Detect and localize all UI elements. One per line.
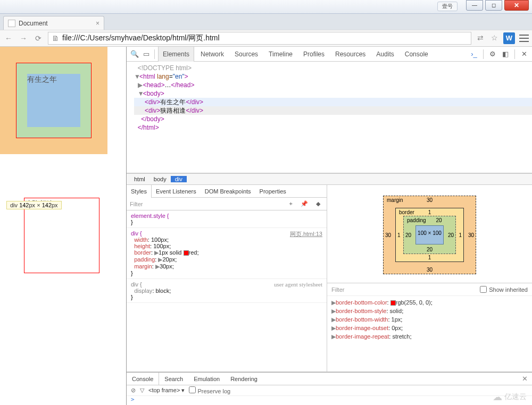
computed-filter[interactable]: Filter Show inherited	[327, 283, 532, 296]
rule-ua-label: user agent stylesheet	[274, 281, 322, 288]
tab-audits[interactable]: Audits	[372, 47, 398, 62]
console-prompt[interactable]: >	[127, 396, 532, 403]
forward-button[interactable]: →	[18, 33, 29, 44]
devtools: 🔍 ▭ Elements Network Sources Timeline Pr…	[127, 47, 532, 405]
computed-pane: margin 30 30 30 30 border 1 1 1 1 padd	[327, 185, 532, 372]
crumb-body[interactable]: body	[149, 176, 171, 182]
window-close-button[interactable]: ✕	[504, 0, 529, 11]
tab-timeline[interactable]: Timeline	[264, 47, 297, 62]
drawer-tab-rendering[interactable]: Rendering	[225, 373, 263, 385]
url-text: file:///C:/Users/smyhvae/Desktop/html/网页…	[62, 33, 220, 43]
dom-div1[interactable]: <div>有生之年</div>	[134, 98, 532, 106]
crumb-div[interactable]: div	[171, 176, 187, 182]
breadcrumb: html body div	[127, 173, 532, 185]
box1: 有生之年	[16, 63, 92, 138]
browser-tab[interactable]: Document ×	[3, 16, 104, 30]
tab-resources[interactable]: Resources	[331, 47, 370, 62]
drawer-close-icon[interactable]: ✕	[518, 375, 532, 383]
tab-title: Document	[19, 20, 48, 27]
dom-body[interactable]: ▼<body>	[134, 89, 532, 98]
bm-margin-label: margin	[387, 197, 403, 203]
box1-content: 有生之年	[27, 74, 80, 127]
dom-doctype: <!DOCTYPE html>	[134, 64, 532, 72]
color-swatch-icon	[390, 300, 396, 306]
show-inherited-checkbox[interactable]: Show inherited	[480, 286, 528, 293]
dom-html[interactable]: ▼<html lang="en">	[134, 72, 532, 81]
stab-listeners[interactable]: Event Listeners	[152, 185, 201, 198]
devtools-toolbar: 🔍 ▭ Elements Network Sources Timeline Pr…	[127, 47, 532, 62]
rule-ua[interactable]: user agent stylesheet div { display: blo…	[127, 279, 327, 303]
dimension-tooltip: div 142px × 142px	[6, 201, 62, 209]
dom-head[interactable]: ▶<head>…</head>	[134, 81, 532, 89]
minimize-button[interactable]: —	[466, 0, 483, 11]
rule-source-link[interactable]: 网页.html:13	[290, 230, 322, 238]
filter-placeholder: Filter	[130, 201, 143, 207]
favicon-icon	[8, 20, 15, 27]
rule-div[interactable]: 网页.html:13 div { width: 100px; height: 1…	[127, 228, 327, 279]
stab-dombp[interactable]: DOM Breakpoints	[201, 185, 255, 198]
cloud-icon: ☁	[493, 391, 502, 403]
tab-sources[interactable]: Sources	[230, 47, 262, 62]
box-model[interactable]: margin 30 30 30 30 border 1 1 1 1 padd	[327, 185, 532, 283]
back-button[interactable]: ←	[3, 33, 14, 44]
console-drawer: Console Search Emulation Rendering ✕ ⊘ ▽…	[127, 372, 532, 405]
computed-filter-text: Filter	[331, 286, 344, 293]
stab-styles[interactable]: Styles	[127, 185, 152, 198]
reload-button[interactable]: ⟳	[33, 33, 44, 44]
drawer-tab-search[interactable]: Search	[159, 373, 188, 385]
device-icon[interactable]: ▭	[142, 50, 151, 58]
drawer-tab-emulation[interactable]: Emulation	[188, 373, 225, 385]
inspect-icon[interactable]: 🔍	[130, 50, 139, 58]
dom-div2[interactable]: <div>狭路相逢</div>	[134, 106, 532, 115]
settings-icon[interactable]: ⚙	[488, 50, 497, 58]
dom-html-close: </html>	[134, 123, 532, 132]
filter-icon[interactable]: ▽	[140, 387, 144, 394]
bm-content: 100 × 100	[415, 225, 444, 244]
tab-elements[interactable]: Elements	[158, 47, 194, 62]
elements-tree[interactable]: <!DOCTYPE html> ▼<html lang="en"> ▶<head…	[127, 62, 532, 173]
tab-profiles[interactable]: Profiles	[299, 47, 329, 62]
extension-icon[interactable]: W	[503, 32, 515, 44]
translate-icon[interactable]: ⇄	[476, 33, 485, 43]
dom-body-close: </body>	[134, 115, 532, 123]
toolbar: ← → ⟳ 🗎 file:///C:/Users/smyhvae/Desktop…	[0, 30, 532, 47]
menu-icon[interactable]	[519, 35, 529, 42]
styles-pane: Styles Event Listeners DOM Breakpoints P…	[127, 185, 327, 372]
address-bar[interactable]: 🗎 file:///C:/Users/smyhvae/Desktop/html/…	[48, 32, 471, 45]
window-titlebar: 壹号 — ◻ ✕	[0, 0, 532, 14]
rule-elementstyle[interactable]: element.style { }	[127, 210, 327, 228]
tab-console[interactable]: Console	[401, 47, 433, 62]
computed-list[interactable]: ▶border-bottom-color: rgb(255, 0, 0); ▶b…	[327, 296, 532, 372]
bm-border-label: border	[399, 209, 414, 215]
console-toggle-icon[interactable]: ›_	[469, 50, 479, 58]
color-swatch-icon[interactable]	[184, 250, 189, 256]
rules-list: element.style { } 网页.html:13 div { width…	[127, 210, 327, 372]
bookmark-icon[interactable]: ☆	[489, 33, 499, 43]
maximize-button[interactable]: ◻	[485, 0, 502, 11]
styles-filter-icons[interactable]: + 📌 ◆	[289, 200, 323, 207]
styles-filter[interactable]: Filter + 📌 ◆	[127, 198, 327, 210]
dock-icon[interactable]: ◧	[501, 50, 510, 58]
window-badge: 壹号	[437, 2, 458, 11]
crumb-html[interactable]: html	[130, 176, 149, 182]
devtools-close-icon[interactable]: ✕	[519, 50, 529, 58]
preserve-log-checkbox[interactable]: Preserve log	[189, 386, 230, 394]
page-viewport: 有生之年 狭路相逢 div 142px × 142px	[0, 47, 127, 405]
stab-props[interactable]: Properties	[255, 185, 290, 198]
frame-selector[interactable]: <top frame> ▾	[148, 387, 185, 394]
box1-margin: 有生之年	[0, 47, 107, 154]
watermark: ☁ 亿速云	[493, 391, 527, 403]
styles-tabs: Styles Event Listeners DOM Breakpoints P…	[127, 185, 327, 198]
tab-strip: Document ×	[0, 14, 532, 30]
tab-network[interactable]: Network	[196, 47, 228, 62]
page-icon: 🗎	[52, 34, 59, 43]
clear-console-icon[interactable]: ⊘	[131, 387, 136, 394]
bm-padding-label: padding	[407, 217, 426, 223]
tab-close-icon[interactable]: ×	[96, 20, 99, 27]
drawer-tab-console[interactable]: Console	[127, 373, 159, 385]
